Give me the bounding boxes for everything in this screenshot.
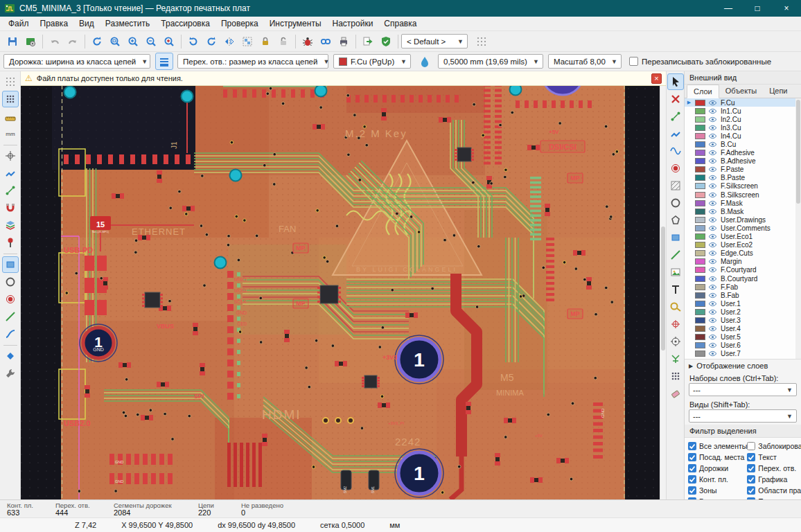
filter-[interactable]: Перех. отв.: [747, 463, 801, 473]
place-via-button[interactable]: [667, 160, 684, 177]
layer-color-swatch[interactable]: [695, 209, 705, 215]
run-drc-button[interactable]: [377, 33, 395, 50]
add-zone-button[interactable]: [667, 177, 684, 194]
visibility-eye-icon[interactable]: [708, 334, 718, 340]
grid-visibility-button[interactable]: [2, 73, 19, 90]
visibility-eye-icon[interactable]: [708, 133, 718, 139]
layer-row-user-4[interactable]: User.4: [685, 325, 801, 333]
menu-item-2[interactable]: Правка: [35, 17, 74, 30]
layer-row-user-2[interactable]: User.2: [685, 308, 801, 316]
tab-[interactable]: Слои: [687, 85, 719, 98]
menu-item-5[interactable]: Трассировка: [155, 17, 215, 30]
draw-line-button[interactable]: [667, 247, 684, 263]
snap-grid-button[interactable]: [2, 91, 19, 107]
menu-item-1[interactable]: Файл: [3, 17, 35, 30]
layer-color-swatch[interactable]: [695, 301, 705, 307]
highlight-net-tool-button[interactable]: [667, 108, 684, 125]
interactive-router-button[interactable]: [2, 348, 19, 364]
zoom-out-button[interactable]: [142, 33, 160, 50]
filter-[interactable]: Конт. пл.: [688, 474, 747, 484]
mirror-button[interactable]: [220, 33, 238, 50]
layer-color-swatch[interactable]: [695, 116, 705, 123]
visibility-eye-icon[interactable]: [708, 267, 718, 273]
layer-row-user-1[interactable]: User.1: [685, 299, 801, 308]
menu-item-9[interactable]: Справка: [378, 17, 422, 30]
layer-row-user-eco1[interactable]: User.Eco1: [685, 233, 801, 241]
layer-color-swatch[interactable]: [695, 267, 705, 273]
visibility-eye-icon[interactable]: [708, 158, 718, 164]
visibility-eye-icon[interactable]: [708, 108, 718, 114]
layer-row-f-mask[interactable]: F.Mask: [685, 199, 801, 207]
select-tool-button[interactable]: [667, 73, 684, 90]
layer-color-swatch[interactable]: [695, 183, 705, 189]
layer-row-b-cu[interactable]: B.Cu: [685, 140, 801, 148]
filter-[interactable]: Области правил: [747, 485, 801, 495]
layer-display-toggle[interactable]: ▶ Отображение слоев: [685, 359, 801, 372]
unlock-button[interactable]: [274, 33, 292, 50]
visibility-eye-icon[interactable]: [708, 217, 718, 223]
filter-[interactable]: Дорожки: [688, 463, 747, 473]
add-image-button[interactable]: [667, 264, 684, 281]
viewports-select[interactable]: ---▼: [689, 409, 797, 423]
layer-color-swatch[interactable]: [695, 250, 705, 256]
visibility-eye-icon[interactable]: [708, 250, 718, 256]
layer-list-scrollbar[interactable]: [795, 98, 801, 359]
layer-row-b-courtyard[interactable]: B.Courtyard: [685, 274, 801, 283]
visibility-eye-icon[interactable]: [708, 200, 718, 206]
filter-[interactable]: Графика: [747, 474, 801, 484]
layer-row-user-7[interactable]: User.7: [685, 350, 801, 358]
layer-row-b-fab[interactable]: B.Fab: [685, 291, 801, 299]
layer-color-swatch[interactable]: [695, 242, 705, 248]
drill-origin-button[interactable]: [667, 316, 684, 332]
layer-row-f-cu[interactable]: ▶F.Cu: [685, 98, 801, 107]
track-width-select[interactable]: Дорожка: ширина из класса цепей▼: [3, 54, 150, 69]
add-text-button[interactable]: [667, 281, 684, 298]
layer-row-b-mask[interactable]: B.Mask: [685, 207, 801, 215]
visibility-eye-icon[interactable]: [708, 209, 718, 215]
fanout-button[interactable]: [667, 351, 684, 367]
rotate-ccw-button[interactable]: [184, 33, 202, 50]
footprint-anchor-button[interactable]: [2, 234, 19, 251]
visibility-eye-icon[interactable]: [708, 326, 718, 332]
layer-row-f-adhesive[interactable]: F.Adhesive: [685, 149, 801, 157]
net-highlight-button[interactable]: [2, 182, 19, 199]
layer-color-swatch[interactable]: [695, 133, 705, 139]
draw-circle-button[interactable]: [667, 195, 684, 211]
tab-[interactable]: Цепи: [763, 85, 793, 98]
preferences-button[interactable]: [2, 365, 19, 382]
group-button[interactable]: [238, 33, 256, 50]
filter-[interactable]: Все элементы: [688, 441, 747, 451]
zoom-select[interactable]: Масштаб 8,00▼: [548, 54, 622, 69]
visibility-eye-icon[interactable]: [708, 116, 718, 123]
layer-color-swatch[interactable]: [695, 309, 705, 315]
zoom-fit-button[interactable]: [106, 33, 124, 50]
override-locked-option[interactable]: Перезаписывать заблокированные: [629, 57, 771, 66]
tune-length-button[interactable]: [667, 143, 684, 159]
visibility-eye-icon[interactable]: [708, 284, 718, 290]
filter-[interactable]: Зоны: [688, 485, 747, 495]
via-display-button[interactable]: [2, 291, 19, 308]
layer-presentation-button[interactable]: [2, 217, 19, 233]
visibility-eye-icon[interactable]: [708, 183, 718, 189]
draw-rectangle-button[interactable]: [667, 229, 684, 246]
visibility-eye-icon[interactable]: [708, 150, 718, 156]
layer-color-swatch[interactable]: [695, 217, 705, 223]
pad-outline-display-button[interactable]: [2, 274, 19, 290]
via-size-select[interactable]: Перех. отв.: размер из класса цепей▼: [177, 54, 328, 69]
visibility-eye-icon[interactable]: [708, 166, 718, 172]
visibility-eye-icon[interactable]: [708, 192, 718, 198]
layer-color-swatch[interactable]: [695, 258, 705, 265]
canvas-vertical-scrollbar[interactable]: [660, 86, 666, 499]
pcb-canvas[interactable]: 111GNDJ1M.2 M Key+5VDSI/CSIMPMPMPMPETHER…: [21, 71, 666, 499]
layer-color-swatch[interactable]: [695, 284, 705, 290]
rotate-cw-button[interactable]: [202, 33, 220, 50]
layer-row-user-eco2[interactable]: User.Eco2: [685, 241, 801, 249]
visibility-eye-icon[interactable]: [708, 225, 718, 231]
layer-row-user-drawings[interactable]: User.Drawings: [685, 215, 801, 224]
refresh-view-button[interactable]: [88, 33, 106, 50]
layer-row-f-paste[interactable]: F.Paste: [685, 166, 801, 174]
maximize-button[interactable]: □: [743, 0, 772, 17]
layer-row-f-courtyard[interactable]: F.Courtyard: [685, 266, 801, 274]
visibility-eye-icon[interactable]: [708, 301, 718, 307]
draw-polygon-button[interactable]: [667, 212, 684, 229]
